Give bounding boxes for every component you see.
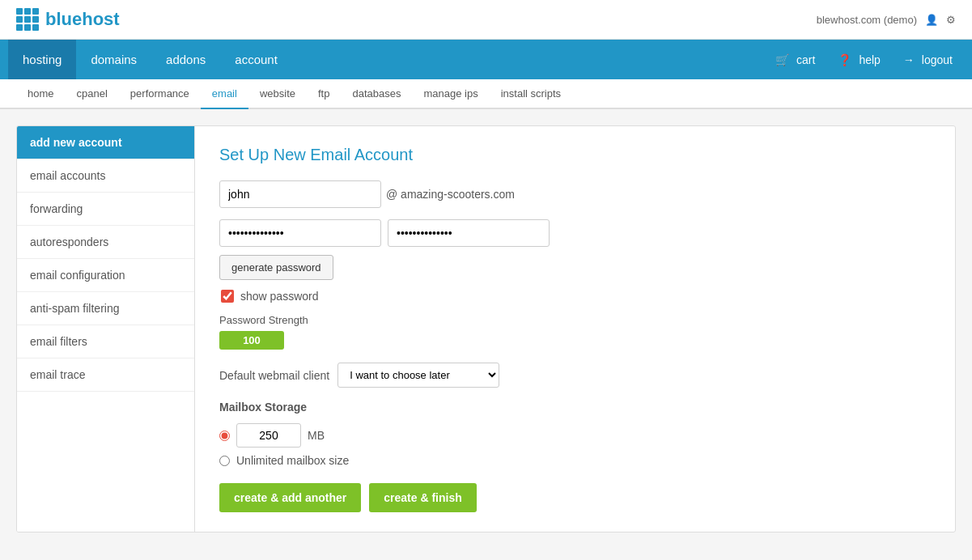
password-strength-section: Password Strength 100 bbox=[219, 314, 931, 350]
show-password-checkbox[interactable] bbox=[221, 290, 234, 303]
logout-icon bbox=[903, 53, 918, 66]
sidebar-item-anti-spam[interactable]: anti-spam filtering bbox=[17, 292, 194, 325]
sidebar-item-email-accounts[interactable]: email accounts bbox=[17, 159, 194, 193]
nav-addons[interactable]: addons bbox=[151, 40, 220, 79]
form-title: Set Up New Email Account bbox=[219, 146, 931, 164]
create-add-another-button[interactable]: create & add another bbox=[219, 483, 361, 512]
sidebar: add new account email accounts forwardin… bbox=[17, 126, 195, 532]
action-buttons: create & add another create & finish bbox=[219, 483, 931, 512]
nav-logout[interactable]: logout bbox=[892, 40, 964, 79]
main-nav: hosting domains addons account cart help… bbox=[0, 40, 972, 79]
webmail-client-row: Default webmail client I want to choose … bbox=[219, 363, 931, 388]
storage-title: Mailbox Storage bbox=[219, 401, 931, 414]
nav-cart[interactable]: cart bbox=[764, 40, 826, 79]
gear-icon[interactable] bbox=[946, 14, 956, 26]
sidebar-item-email-filters[interactable]: email filters bbox=[17, 325, 194, 358]
sub-nav: home cpanel performance email website ft… bbox=[0, 79, 972, 109]
storage-unlimited-radio[interactable] bbox=[219, 456, 230, 466]
password-strength-bar: 100 bbox=[219, 331, 284, 350]
top-bar: bluehost blewhost.com (demo) bbox=[0, 0, 972, 40]
storage-unlimited-option: Unlimited mailbox size bbox=[219, 454, 931, 467]
cart-icon bbox=[775, 53, 792, 66]
subnav-manage-ips[interactable]: manage ips bbox=[412, 79, 489, 108]
sidebar-item-add-new-account[interactable]: add new account bbox=[17, 126, 194, 159]
generate-password-row: generate password bbox=[219, 255, 931, 280]
form-area: Set Up New Email Account @ amazing-scoot… bbox=[195, 126, 955, 532]
brand-name: bluehost bbox=[45, 9, 120, 30]
subnav-install-scripts[interactable]: install scripts bbox=[490, 79, 572, 108]
password-confirm-input[interactable] bbox=[388, 219, 550, 247]
subnav-cpanel[interactable]: cpanel bbox=[66, 79, 119, 108]
create-finish-button[interactable]: create & finish bbox=[369, 483, 476, 512]
subnav-ftp[interactable]: ftp bbox=[307, 79, 341, 108]
generate-password-button[interactable]: generate password bbox=[219, 255, 333, 280]
sidebar-item-email-trace[interactable]: email trace bbox=[17, 358, 194, 392]
main-panel: add new account email accounts forwardin… bbox=[16, 125, 956, 532]
show-password-label[interactable]: show password bbox=[240, 290, 319, 303]
email-username-row: @ amazing-scooters.com bbox=[219, 180, 931, 208]
password-input[interactable] bbox=[219, 219, 381, 247]
show-password-row: show password bbox=[221, 290, 931, 303]
sidebar-item-autoresponders[interactable]: autoresponders bbox=[17, 226, 194, 259]
nav-domains[interactable]: domains bbox=[76, 40, 151, 79]
password-row bbox=[219, 219, 931, 247]
subnav-performance[interactable]: performance bbox=[119, 79, 201, 108]
mailbox-storage-section: Mailbox Storage MB Unlimited mailbox siz… bbox=[219, 401, 931, 467]
mb-label: MB bbox=[308, 429, 325, 442]
top-right-user: blewhost.com (demo) bbox=[817, 14, 956, 26]
domain-label: @ amazing-scooters.com bbox=[386, 188, 515, 201]
nav-right: cart help logout bbox=[764, 40, 964, 79]
subnav-home[interactable]: home bbox=[16, 79, 66, 108]
user-icon[interactable] bbox=[925, 14, 938, 26]
storage-mb-radio[interactable] bbox=[219, 431, 230, 441]
webmail-client-label: Default webmail client bbox=[219, 369, 329, 382]
subnav-website[interactable]: website bbox=[248, 79, 307, 108]
sidebar-item-email-configuration[interactable]: email configuration bbox=[17, 259, 194, 292]
username-input[interactable] bbox=[219, 180, 381, 208]
sidebar-item-forwarding[interactable]: forwarding bbox=[17, 193, 194, 226]
webmail-client-select[interactable]: I want to choose later Horde Roundcube S… bbox=[337, 363, 499, 388]
logo-area: bluehost bbox=[16, 8, 120, 31]
nav-hosting[interactable]: hosting bbox=[8, 40, 76, 79]
subnav-databases[interactable]: databases bbox=[341, 79, 412, 108]
unlimited-label[interactable]: Unlimited mailbox size bbox=[236, 454, 349, 467]
domain-user-label: blewhost.com (demo) bbox=[817, 14, 917, 26]
content-area: add new account email accounts forwardin… bbox=[0, 109, 972, 549]
storage-mb-input[interactable] bbox=[236, 423, 301, 448]
storage-mb-option: MB bbox=[219, 423, 931, 448]
logo-grid-icon bbox=[16, 8, 39, 31]
nav-account[interactable]: account bbox=[220, 40, 292, 79]
subnav-email[interactable]: email bbox=[201, 79, 248, 109]
nav-help[interactable]: help bbox=[826, 40, 891, 79]
password-strength-label: Password Strength bbox=[219, 314, 931, 326]
help-icon bbox=[838, 53, 855, 66]
